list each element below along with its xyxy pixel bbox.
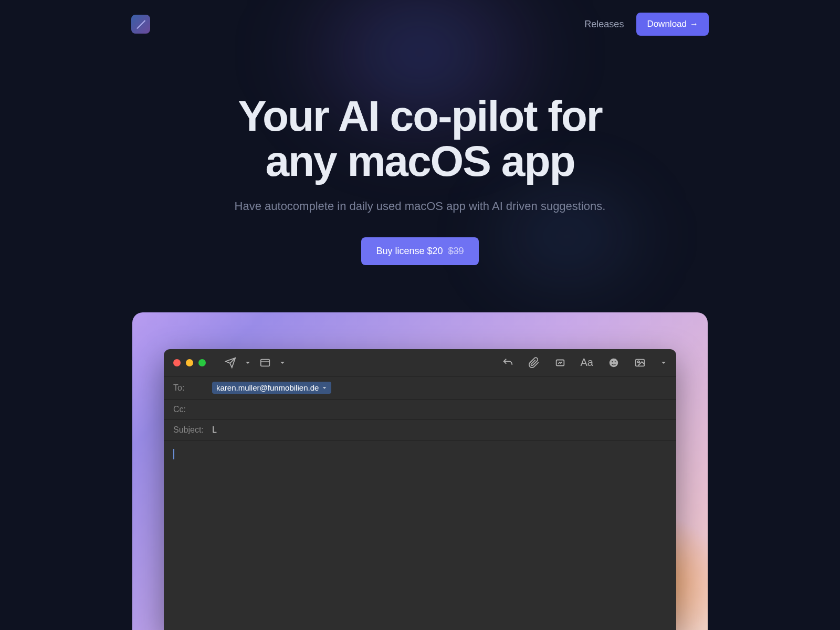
subject-value: L — [212, 425, 217, 435]
format-icon[interactable]: Aa — [581, 356, 593, 369]
chevron-down-icon[interactable] — [660, 360, 667, 366]
hero-headline: Your AI co-pilot for any macOS app — [0, 93, 840, 184]
cc-field-row[interactable]: Cc: — [164, 400, 676, 420]
photo-icon[interactable] — [634, 357, 646, 369]
reply-icon[interactable] — [502, 357, 513, 369]
link-icon[interactable] — [554, 357, 566, 369]
svg-point-5 — [615, 361, 616, 362]
text-cursor — [173, 449, 174, 459]
mail-body-area[interactable] — [164, 440, 676, 630]
to-field-row: To: karen.muller@funmobilien.de — [164, 376, 676, 400]
top-nav: Releases Download → — [0, 0, 840, 36]
header-fields-icon[interactable] — [259, 357, 271, 369]
emoji-icon[interactable] — [608, 357, 620, 369]
chevron-down-icon — [322, 385, 327, 391]
send-icon[interactable] — [225, 357, 236, 369]
buy-license-button[interactable]: Buy license $20 $39 — [361, 237, 478, 265]
subject-field-row[interactable]: Subject: L — [164, 420, 676, 440]
close-window-icon[interactable] — [173, 359, 181, 366]
svg-point-4 — [612, 361, 613, 362]
mail-compose-window: Aa To: karen.muller@funmobilien.de Cc: — [164, 349, 676, 630]
to-label: To: — [173, 383, 207, 393]
recipient-pill[interactable]: karen.muller@funmobilien.de — [212, 382, 331, 394]
arrow-right-icon: → — [690, 19, 698, 29]
attachment-icon[interactable] — [528, 357, 540, 369]
cc-label: Cc: — [173, 405, 207, 414]
app-logo[interactable] — [131, 15, 150, 34]
demo-container: Aa To: karen.muller@funmobilien.de Cc: — [132, 312, 708, 630]
chevron-down-icon[interactable] — [245, 360, 251, 366]
svg-point-7 — [637, 361, 639, 363]
hero-section: Your AI co-pilot for any macOS app Have … — [0, 36, 840, 265]
svg-point-3 — [610, 358, 618, 367]
svg-rect-0 — [261, 359, 270, 366]
hero-subhead: Have autocomplete in daily used macOS ap… — [0, 200, 840, 213]
download-button[interactable]: Download → — [636, 13, 709, 36]
buy-strike-price: $39 — [448, 246, 464, 257]
releases-link[interactable]: Releases — [584, 19, 624, 30]
download-label: Download — [647, 19, 687, 29]
buy-label: Buy license $20 — [376, 246, 443, 257]
mail-toolbar: Aa — [164, 349, 676, 376]
subject-label: Subject: — [173, 425, 207, 435]
chevron-down-icon[interactable] — [279, 360, 286, 366]
minimize-window-icon[interactable] — [186, 359, 193, 366]
maximize-window-icon[interactable] — [198, 359, 206, 366]
window-traffic-lights — [173, 359, 206, 366]
